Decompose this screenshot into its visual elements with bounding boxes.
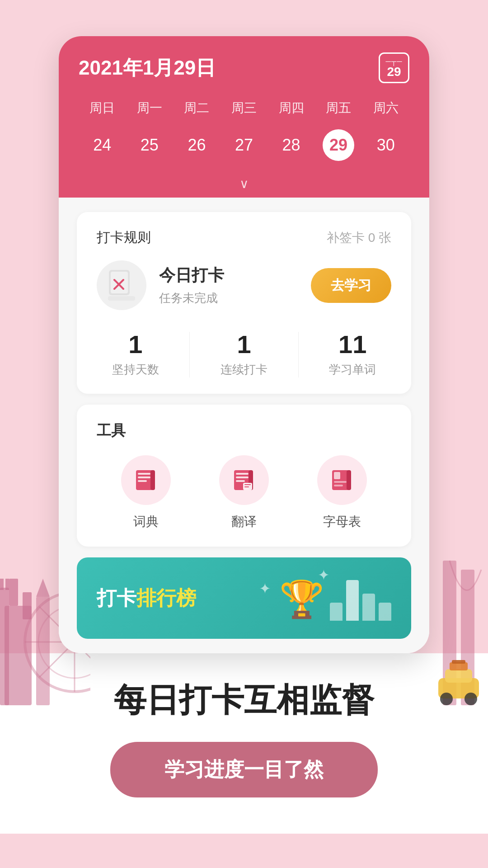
calendar-title: 2021年1月29日 (79, 55, 216, 81)
dictionary-icon-wrap (121, 455, 171, 505)
svg-rect-41 (334, 472, 340, 479)
day-sat: 周六 (362, 96, 409, 120)
supplement-card-text: 补签卡 0 张 (327, 229, 391, 246)
date-25[interactable]: 25 (126, 129, 174, 161)
content-area: 打卡规则 补签卡 0 张 今日打卡 任务未完成 (59, 198, 429, 653)
bar-chart (330, 576, 391, 621)
sparkle-icon-2: ✦ (259, 580, 271, 597)
bar-1 (330, 603, 343, 621)
svg-rect-2 (9, 579, 18, 606)
alphabet-label: 字母表 (323, 513, 361, 530)
alphabet-icon (330, 468, 354, 492)
svg-rect-42 (334, 481, 347, 483)
tool-dictionary[interactable]: 词典 (121, 455, 171, 530)
stat-divider-1 (189, 332, 190, 377)
ranking-normal-text: 打卡 (97, 587, 136, 609)
svg-rect-35 (236, 480, 245, 482)
svg-rect-5 (5, 579, 9, 590)
translate-icon-wrap (219, 455, 269, 505)
checkin-doc-icon (107, 269, 136, 302)
svg-rect-43 (334, 485, 343, 486)
tools-row: 词典 (97, 455, 391, 530)
stat-streak: 1 连续打卡 (221, 332, 267, 377)
svg-rect-29 (138, 476, 150, 478)
checkin-card: 打卡规则 补签卡 0 张 今日打卡 任务未完成 (77, 212, 411, 394)
calendar-header: 2021年1月29日 ─┬─ 29 周日 周一 周二 周三 周四 周五 周六 2… (59, 36, 429, 172)
ranking-banner[interactable]: ✦ ✦ 打卡排行榜 🏆 (77, 557, 411, 639)
bottom-section: 每日打卡互相监督 学习进度一目了然 (0, 653, 488, 834)
svg-marker-7 (36, 579, 50, 597)
day-wed: 周三 (221, 96, 268, 120)
alphabet-icon-wrap (317, 455, 367, 505)
day-sun: 周日 (79, 96, 126, 120)
date-24[interactable]: 24 (79, 129, 126, 161)
stats-row: 1 坚持天数 1 连续打卡 11 学习单词 (97, 326, 391, 377)
dictionary-icon (134, 468, 158, 492)
svg-rect-30 (138, 480, 147, 482)
date-29-selected[interactable]: 29 (315, 129, 362, 161)
svg-rect-3 (23, 592, 32, 619)
tool-translate[interactable]: 翻译 (219, 455, 269, 530)
checkin-today-subtitle: 任务未完成 (159, 290, 311, 306)
day-thu: 周四 (267, 96, 315, 120)
checkin-today-row: 今日打卡 任务未完成 去学习 (97, 260, 391, 310)
svg-rect-44 (347, 470, 351, 490)
trophy-icon: 🏆 (279, 578, 324, 621)
stat-persistence: 1 坚持天数 (112, 332, 159, 377)
tools-title: 工具 (97, 421, 391, 441)
calendar-expand-chevron[interactable]: ∨ (59, 172, 429, 198)
svg-rect-38 (244, 484, 251, 485)
ranking-banner-text: 打卡排行榜 (97, 585, 196, 612)
calendar-icon-num: 29 (387, 66, 401, 78)
day-fri: 周五 (315, 96, 362, 120)
tools-card: 工具 词典 (77, 405, 411, 547)
checkin-rules-label: 打卡规则 (97, 228, 151, 247)
svg-rect-39 (244, 486, 249, 487)
date-28[interactable]: 28 (267, 129, 315, 161)
stat-persistence-label: 坚持天数 (112, 362, 159, 377)
go-study-button[interactable]: 去学习 (311, 268, 391, 303)
stat-streak-label: 连续打卡 (221, 362, 267, 377)
stat-words-label: 学习单词 (329, 362, 376, 377)
bottom-tagline: 每日打卡互相监督 (36, 680, 452, 719)
calendar-days-header: 周日 周一 周二 周三 周四 周五 周六 (79, 96, 409, 120)
phone-frame: 2021年1月29日 ─┬─ 29 周日 周一 周二 周三 周四 周五 周六 2… (59, 36, 429, 653)
dictionary-label: 词典 (133, 513, 159, 530)
bottom-cta-button[interactable]: 学习进度一目了然 (110, 742, 378, 797)
svg-rect-33 (236, 473, 249, 475)
calendar-icon-button[interactable]: ─┬─ 29 (379, 52, 409, 83)
bar-4 (379, 603, 391, 621)
svg-rect-4 (0, 579, 4, 590)
stat-divider-2 (298, 332, 299, 377)
stat-words-number: 11 (329, 332, 376, 357)
sparkle-icon-1: ✦ (318, 566, 330, 584)
stat-persistence-number: 1 (112, 332, 159, 357)
stat-words: 11 学习单词 (329, 332, 376, 377)
bar-3 (362, 594, 375, 621)
date-26[interactable]: 26 (173, 129, 221, 161)
bar-2 (346, 580, 359, 621)
stat-streak-number: 1 (221, 332, 267, 357)
day-mon: 周一 (126, 96, 174, 120)
tool-alphabet[interactable]: 字母表 (317, 455, 367, 530)
calendar-dates-row: 24 25 26 27 28 29 30 (79, 129, 409, 172)
svg-rect-23 (111, 272, 128, 293)
checkin-text: 今日打卡 任务未完成 (159, 264, 311, 306)
translate-icon (232, 468, 256, 492)
ranking-trophy-area: 🏆 (279, 576, 391, 621)
checkin-icon-wrap (97, 260, 146, 310)
translate-label: 翻译 (231, 513, 257, 530)
svg-rect-26 (108, 296, 135, 301)
checkin-today-title: 今日打卡 (159, 264, 311, 287)
svg-rect-28 (138, 473, 150, 475)
date-27[interactable]: 27 (221, 129, 268, 161)
svg-rect-34 (236, 476, 249, 478)
day-tue: 周二 (173, 96, 221, 120)
date-30[interactable]: 30 (362, 129, 409, 161)
chevron-down-icon: ∨ (239, 177, 249, 191)
ranking-highlight-text: 排行榜 (136, 587, 196, 609)
svg-rect-31 (150, 470, 155, 490)
